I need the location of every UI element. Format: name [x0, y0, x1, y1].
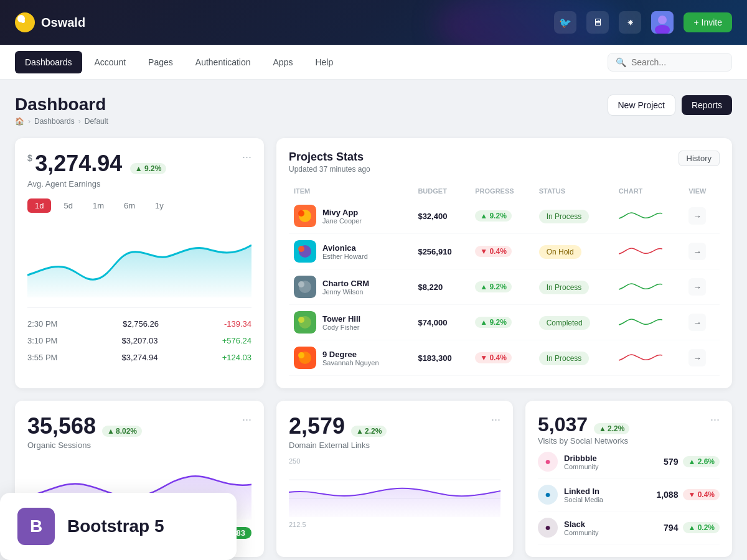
- stat-val-1: $2,756.26: [123, 319, 159, 329]
- domain-links-change: ▲ 2.2%: [351, 426, 387, 437]
- tab-help[interactable]: Help: [305, 51, 343, 73]
- earnings-chart: [27, 223, 251, 297]
- svg-point-3: [658, 16, 667, 24]
- brand-name: Oswald: [41, 16, 85, 30]
- history-button[interactable]: History: [679, 151, 720, 166]
- projects-updated: Updated 37 minutes ago: [289, 165, 370, 174]
- project-view-btn[interactable]: →: [688, 278, 706, 296]
- project-budget: $256,910: [413, 234, 470, 269]
- social-change: ▲ 2.2%: [594, 423, 629, 434]
- nav-share-icon[interactable]: ⁕: [619, 11, 641, 34]
- project-view-btn[interactable]: →: [688, 243, 706, 260]
- home-icon: 🏠: [15, 117, 24, 126]
- filter-5d[interactable]: 5d: [56, 198, 80, 213]
- project-chart: [619, 312, 662, 331]
- invite-button[interactable]: + Invite: [684, 12, 732, 32]
- projects-stats-card: Projects Stats Updated 37 minutes ago Hi…: [276, 138, 732, 388]
- social-number: 5,037: [538, 413, 588, 436]
- page-header: Dashboard 🏠 › Dashboards › Default New P…: [15, 95, 732, 126]
- user-avatar[interactable]: [651, 11, 674, 34]
- page-header-left: Dashboard 🏠 › Dashboards › Default: [15, 95, 108, 126]
- social-network-count: 1,088: [656, 490, 678, 500]
- svg-point-1: [21, 19, 25, 23]
- social-network-name: Linked In: [564, 487, 603, 496]
- domain-more-btn[interactable]: ···: [491, 413, 500, 426]
- table-row: Avionica Esther Howard $256,910 ▼ 0.4% O…: [289, 234, 720, 269]
- col-status: STATUS: [534, 184, 614, 198]
- social-network-type: Social Media: [564, 496, 603, 503]
- project-chart: [619, 206, 662, 225]
- main-content: Dashboard 🏠 › Dashboards › Default New P…: [0, 80, 747, 557]
- project-budget: $8,220: [413, 269, 470, 305]
- filter-6m[interactable]: 6m: [116, 198, 143, 213]
- table-row: 9 Degree Savannah Nguyen $183,300 ▼ 0.4%…: [289, 340, 720, 376]
- tab-authentication[interactable]: Authentication: [186, 51, 261, 73]
- social-network-change: ▲ 0.2%: [683, 522, 720, 533]
- social-network-change: ▲ 2.6%: [683, 456, 720, 467]
- new-project-button[interactable]: New Project: [608, 95, 675, 116]
- project-progress: ▲ 9.2%: [475, 210, 512, 222]
- social-network-change: ▼ 0.4%: [683, 489, 720, 500]
- projects-title-area: Projects Stats Updated 37 minutes ago: [289, 151, 370, 174]
- tab-dashboards[interactable]: Dashboards: [15, 51, 82, 73]
- social-networks-card: 5,037 ▲ 2.2% Visits by Social Networks ·…: [525, 401, 732, 557]
- stats-rows: 2:30 PM $2,756.26 -139.34 3:10 PM $3,207…: [27, 307, 251, 366]
- project-view-btn[interactable]: →: [688, 314, 706, 331]
- domain-links-card: 2,579 ▲ 2.2% Domain External Links ··· 2…: [276, 401, 513, 557]
- project-view-btn[interactable]: →: [688, 207, 706, 225]
- project-name: Avionica: [322, 243, 368, 253]
- svg-point-7: [298, 210, 304, 217]
- project-view-btn[interactable]: →: [688, 349, 706, 366]
- project-name: Mivy App: [322, 208, 362, 217]
- organic-sessions-number: 35,568: [27, 413, 96, 439]
- social-network-icon: ●: [538, 485, 558, 505]
- tab-pages[interactable]: Pages: [138, 51, 183, 73]
- social-network-icon: ●: [538, 452, 558, 472]
- domain-links-label: Domain External Links: [289, 441, 387, 450]
- svg-point-10: [298, 246, 304, 252]
- tab-apps[interactable]: Apps: [263, 51, 303, 73]
- social-network-name: Dribbble: [564, 454, 599, 463]
- earnings-card: $ 3,274.94 ▲ 9.2% Avg. Agent Earnings ··…: [15, 138, 264, 388]
- stat-change-2: +576.24: [222, 336, 251, 345]
- earnings-amount-row: $ 3,274.94 ▲ 9.2%: [27, 151, 166, 177]
- projects-table: ITEM BUDGET PROGRESS STATUS CHART VIEW: [289, 184, 720, 376]
- stat-time-2: 3:10 PM: [27, 336, 57, 345]
- domain-links-header: 2,579 ▲ 2.2% Domain External Links: [289, 413, 387, 450]
- project-status: On Hold: [539, 245, 581, 259]
- social-network-count: 794: [664, 523, 678, 533]
- project-progress: ▲ 9.2%: [475, 281, 512, 292]
- stat-time-1: 2:30 PM: [27, 319, 57, 329]
- earnings-more-btn[interactable]: ···: [242, 151, 251, 164]
- tab-account[interactable]: Account: [85, 51, 136, 73]
- table-row: Charto CRM Jenny Wilson $8,220 ▲ 9.2% In…: [289, 269, 720, 305]
- page-actions: New Project Reports: [608, 95, 733, 116]
- social-label: Visits by Social Networks: [538, 436, 629, 446]
- search-icon: 🔍: [616, 57, 626, 67]
- reports-button[interactable]: Reports: [682, 95, 732, 115]
- nav-bird-icon[interactable]: 🐦: [554, 11, 576, 34]
- brand: Oswald: [15, 12, 85, 32]
- project-owner: Esther Howard: [322, 253, 368, 260]
- project-item: 9 Degree Savannah Nguyen: [294, 347, 408, 369]
- organic-sessions-header: 35,568 ▲ 8.02% Organic Sessions: [27, 413, 142, 450]
- social-network-item: ● Dribbble Community 579 ▲ 2.6%: [538, 446, 720, 478]
- search-box[interactable]: 🔍: [608, 53, 732, 72]
- project-item: Charto CRM Jenny Wilson: [294, 276, 408, 298]
- social-items: ● Dribbble Community 579 ▲ 2.6% ● Linked…: [538, 446, 720, 544]
- project-chart: [619, 277, 662, 296]
- project-name: Tower Hill: [322, 314, 360, 324]
- social-more-btn[interactable]: ···: [710, 413, 720, 426]
- nav-tabs: Dashboards Account Pages Authentication …: [15, 45, 343, 79]
- filter-1m[interactable]: 1m: [85, 198, 111, 213]
- project-chart: [619, 241, 662, 260]
- nav-monitor-icon[interactable]: 🖥: [586, 11, 609, 34]
- top-nav: Oswald 🐦 🖥 ⁕ + Invite: [0, 0, 747, 45]
- svg-point-19: [298, 352, 304, 358]
- stat-row-1: 2:30 PM $2,756.26 -139.34: [27, 315, 251, 332]
- breadcrumb: 🏠 › Dashboards › Default: [15, 117, 108, 126]
- organic-more-btn[interactable]: ···: [242, 413, 251, 426]
- search-input[interactable]: [631, 57, 724, 67]
- filter-1y[interactable]: 1y: [148, 198, 171, 213]
- filter-1d[interactable]: 1d: [27, 198, 51, 213]
